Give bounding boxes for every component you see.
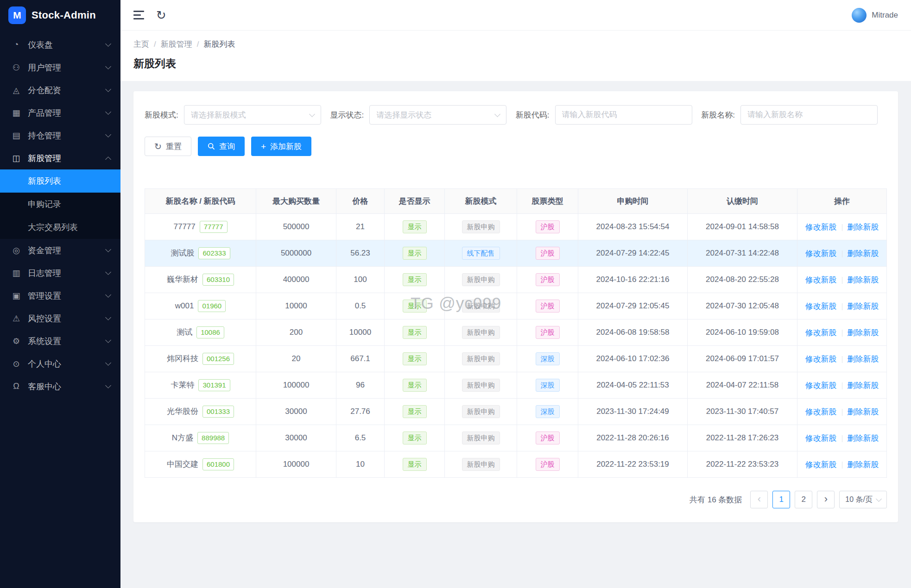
delete-stock-link[interactable]: 删除新股 (848, 381, 879, 390)
max-quantity-cell: 20 (256, 346, 336, 372)
edit-stock-link[interactable]: 修改新股 (805, 223, 837, 231)
edit-stock-link[interactable]: 修改新股 (805, 434, 837, 443)
breadcrumb-ipo-management[interactable]: 新股管理 (161, 39, 192, 50)
sidebar-item-product-management[interactable]: ▦ 产品管理 (0, 101, 120, 124)
stock-type-tag: 深股 (536, 405, 560, 419)
edit-stock-link[interactable]: 修改新股 (805, 302, 837, 311)
refresh-icon[interactable]: ↻ (156, 9, 166, 21)
edit-stock-link[interactable]: 修改新股 (805, 249, 837, 258)
breadcrumb-separator: / (154, 40, 156, 49)
sidebar-item-personal-center[interactable]: ⊙ 个人中心 (0, 352, 120, 375)
stock-type-tag: 沪股 (536, 326, 560, 339)
table-row: 光华股份001333 30000 27.76 显示 新股申购 深股 2023-1… (145, 399, 887, 425)
sidebar-subitem-block-trade-list[interactable]: 大宗交易列表 (0, 216, 120, 239)
stock-type-tag: 沪股 (536, 432, 560, 445)
column-header: 新股模式 (445, 189, 517, 214)
stock-name: 炜冈科技 (167, 354, 198, 363)
status-select[interactable]: 请选择显示状态 (369, 105, 506, 125)
table-header-row: 新股名称 / 新股代码最大购买数量价格是否显示新股模式股票类型申购时间认缴时间操… (145, 189, 887, 214)
pagination: 共有 16 条数据 ‹ 12 › 10 条/页 (145, 491, 887, 508)
sidebar-item-support-center[interactable]: Ω 客服中心 (0, 375, 120, 398)
stock-code-input[interactable] (555, 105, 692, 125)
add-stock-button[interactable]: + 添加新股 (251, 137, 311, 156)
filter-name-label: 新股名称: (701, 110, 735, 120)
delete-stock-link[interactable]: 删除新股 (848, 223, 879, 231)
stock-name: 77777 (174, 222, 196, 231)
total-count-label: 共有 16 条数据 (690, 494, 742, 505)
delete-stock-link[interactable]: 删除新股 (848, 355, 879, 363)
mode-select[interactable]: 请选择新股模式 (184, 105, 321, 125)
edit-stock-link[interactable]: 修改新股 (805, 460, 837, 469)
action-divider (842, 330, 842, 337)
delete-stock-link[interactable]: 删除新股 (848, 407, 879, 416)
ipo-mode-tag: 新股申购 (462, 432, 500, 445)
sidebar-item-risk-settings[interactable]: ⚠ 风控设置 (0, 307, 120, 330)
display-status-tag: 显示 (403, 273, 427, 287)
delete-stock-link[interactable]: 删除新股 (848, 460, 879, 469)
sidebar-subitem-ipo-list[interactable]: 新股列表 (0, 169, 120, 193)
delete-stock-link[interactable]: 删除新股 (848, 302, 879, 311)
logo-icon: M (8, 6, 26, 24)
page-button-1[interactable]: 1 (772, 491, 790, 508)
search-button[interactable]: 查询 (198, 137, 245, 156)
edit-stock-link[interactable]: 修改新股 (805, 355, 837, 363)
subscribe-time-cell: 2022-11-28 20:26:16 (578, 425, 688, 451)
edit-stock-link[interactable]: 修改新股 (805, 407, 837, 416)
delete-stock-link[interactable]: 删除新股 (848, 328, 879, 337)
menu-item-label: 风控设置 (28, 313, 106, 324)
page-size-select[interactable]: 10 条/页 (839, 491, 887, 508)
sidebar-item-system-settings[interactable]: ⚙ 系统设置 (0, 330, 120, 352)
edit-stock-link[interactable]: 修改新股 (805, 381, 837, 390)
user-menu[interactable]: Mitrade (852, 8, 898, 23)
sidebar-item-user-management[interactable]: ⚇ 用户管理 (0, 56, 120, 79)
pay-time-cell: 2024-08-20 22:55:28 (688, 267, 797, 293)
sidebar-item-dashboard[interactable]: ◔ 仪表盘 (0, 33, 120, 56)
sidebar-item-log-management[interactable]: ▥ 日志管理 (0, 262, 120, 284)
chevron-down-icon (876, 496, 882, 502)
avatar[interactable] (852, 8, 867, 23)
table-row: 中国交建601800 100000 10 显示 新股申购 沪股 2022-11-… (145, 451, 887, 478)
display-status-tag: 显示 (403, 432, 427, 445)
column-header: 最大购买数量 (256, 189, 336, 214)
stock-type-tag: 沪股 (536, 247, 560, 260)
filter-status-label: 显示状态: (330, 110, 364, 120)
subscribe-time-cell: 2024-07-29 12:05:45 (578, 293, 688, 319)
sidebar-item-ipo-management[interactable]: ◫ 新股管理 (0, 147, 120, 169)
subscribe-time-cell: 2024-10-16 22:21:16 (578, 267, 688, 293)
subscribe-time-cell: 2024-08-23 15:54:54 (578, 214, 688, 240)
pay-time-cell: 2024-06-10 19:59:08 (688, 319, 797, 346)
delete-stock-link[interactable]: 删除新股 (848, 275, 879, 284)
action-divider (842, 382, 842, 389)
delete-stock-link[interactable]: 删除新股 (848, 434, 879, 443)
reset-button[interactable]: ↻ 重置 (145, 137, 191, 156)
pay-time-cell: 2024-09-01 14:58:58 (688, 214, 797, 240)
pay-time-cell: 2023-11-30 17:40:57 (688, 399, 797, 425)
sidebar-item-allocation[interactable]: ◬ 分仓配资 (0, 79, 120, 101)
collapse-menu-icon[interactable] (133, 9, 144, 21)
edit-stock-link[interactable]: 修改新股 (805, 328, 837, 337)
stock-name: 光华股份 (167, 407, 198, 416)
sidebar-subitem-subscription-records[interactable]: 申购记录 (0, 193, 120, 216)
stock-name: 巍华新材 (167, 275, 198, 284)
max-quantity-cell: 400000 (256, 267, 336, 293)
chevron-down-icon (105, 246, 111, 252)
sidebar-item-admin-settings[interactable]: ▣ 管理设置 (0, 284, 120, 307)
pay-time-cell: 2024-06-09 17:01:57 (688, 346, 797, 372)
sidebar-item-fund-management[interactable]: ◎ 资金管理 (0, 239, 120, 262)
action-divider (842, 409, 842, 416)
column-header: 新股名称 / 新股代码 (145, 189, 256, 214)
page-header: 主页 / 新股管理 / 新股列表 新股列表 (120, 31, 911, 81)
menu-item-label: 系统设置 (28, 336, 106, 347)
sidebar-item-position-management[interactable]: ▤ 持仓管理 (0, 124, 120, 147)
edit-stock-link[interactable]: 修改新股 (805, 275, 837, 284)
delete-stock-link[interactable]: 删除新股 (848, 249, 879, 258)
stock-code-tag: 01960 (198, 300, 226, 313)
page-button-2[interactable]: 2 (795, 491, 812, 508)
stock-name-input[interactable] (740, 105, 878, 125)
menu-item-icon: ⊙ (10, 359, 22, 369)
breadcrumb-home[interactable]: 主页 (133, 39, 149, 50)
stock-type-tag: 沪股 (536, 273, 560, 287)
next-page-button[interactable]: › (817, 491, 835, 508)
chevron-down-icon (494, 111, 500, 117)
prev-page-button[interactable]: ‹ (750, 491, 768, 508)
